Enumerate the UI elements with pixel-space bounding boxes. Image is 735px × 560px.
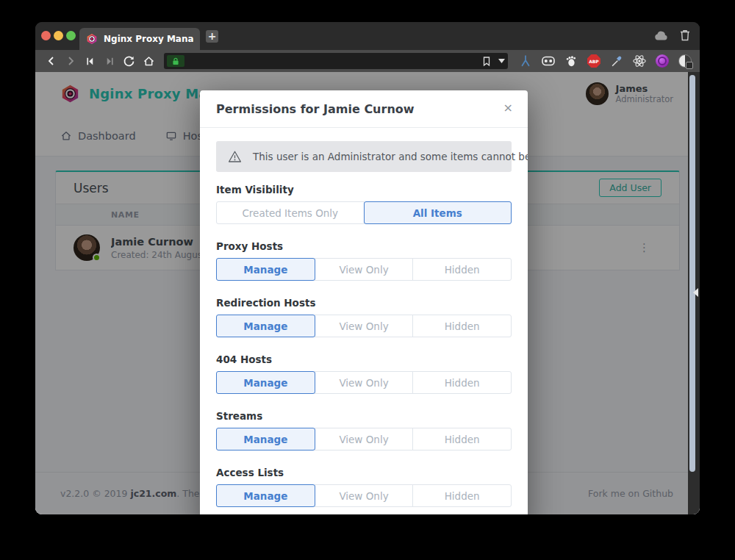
permission-sections: Item Visibility Created Items OnlyAll It…	[216, 184, 512, 507]
extension-dark-reader-icon[interactable]	[678, 54, 692, 68]
browser-toolbar: ABP	[35, 50, 700, 72]
close-icon[interactable]: ×	[503, 101, 513, 115]
perm-option-view-only[interactable]: View Only	[315, 315, 414, 337]
alert-text: This user is an Administrator and some i…	[253, 151, 528, 162]
extension-proxy-icon[interactable]	[518, 54, 533, 68]
permission-section-label: Item Visibility	[216, 184, 512, 195]
perm-option-manage[interactable]: Manage	[216, 484, 315, 507]
extension-goggles-icon[interactable]	[541, 54, 556, 68]
permission-section: Proxy Hosts ManageView OnlyHidden	[216, 240, 512, 281]
warning-triangle-icon	[228, 150, 242, 163]
permission-button-group: ManageView OnlyHidden	[216, 428, 512, 450]
window-zoom-button[interactable]	[66, 31, 76, 40]
perm-option-manage[interactable]: Manage	[216, 315, 315, 337]
screenshot-stage: Nginx Proxy Manager +	[0, 0, 735, 560]
scrollbar-thumb[interactable]	[689, 75, 695, 472]
permission-button-group: ManageView OnlyHidden	[216, 371, 512, 394]
sync-cloud-icon[interactable]	[654, 30, 669, 41]
permissions-modal: Permissions for Jamie Curnow × This user…	[200, 90, 528, 514]
bookmark-dropdown-caret-icon[interactable]	[498, 59, 505, 63]
new-tab-button[interactable]: +	[206, 30, 218, 43]
permission-button-group: ManageView OnlyHidden	[216, 315, 512, 337]
permission-button-group: Created Items OnlyAll Items	[216, 201, 512, 224]
extension-gnome-foot-icon[interactable]	[564, 54, 578, 68]
perm-option-manage[interactable]: Manage	[216, 258, 315, 281]
perm-option-view-only[interactable]: View Only	[315, 371, 414, 394]
window-close-button[interactable]	[41, 31, 51, 40]
reload-icon[interactable]	[121, 53, 137, 69]
perm-option-view-only[interactable]: View Only	[315, 484, 414, 507]
back-icon[interactable]	[43, 53, 60, 69]
permission-section: Item Visibility Created Items OnlyAll It…	[216, 184, 512, 224]
extension-react-devtools-icon[interactable]	[632, 54, 647, 68]
perm-option-hidden[interactable]: Hidden	[412, 428, 512, 450]
fast-forward-icon[interactable]	[101, 53, 118, 69]
window-minimize-button[interactable]	[54, 31, 63, 40]
permission-button-group: ManageView OnlyHidden	[216, 484, 512, 507]
permission-section-label: Redirection Hosts	[216, 297, 512, 309]
perm-option-hidden[interactable]: Hidden	[412, 484, 512, 507]
permission-section-label: Access Lists	[216, 467, 512, 478]
perm-option-hidden[interactable]: Hidden	[412, 258, 512, 281]
home-icon[interactable]	[140, 53, 157, 69]
extension-purple-icon[interactable]	[655, 54, 670, 68]
perm-option-manage[interactable]: Manage	[216, 371, 315, 394]
perm-option-view-only[interactable]: View Only	[315, 258, 414, 281]
panel-toggle-arrow-icon[interactable]	[693, 288, 698, 297]
page-viewport: Nginx Proxy Manager James Administrator …	[35, 72, 700, 514]
tab-title: Nginx Proxy Manager	[104, 34, 193, 44]
permission-section: Streams ManageView OnlyHidden	[216, 410, 512, 450]
permission-section-label: Streams	[216, 410, 512, 422]
admin-warning-alert: This user is an Administrator and some i…	[216, 141, 512, 172]
permission-button-group: ManageView OnlyHidden	[216, 258, 512, 281]
trash-icon[interactable]	[679, 29, 691, 42]
extension-color-picker-icon[interactable]	[609, 54, 624, 68]
address-bar[interactable]	[164, 53, 508, 69]
perm-option-created-items-only[interactable]: Created Items Only	[216, 201, 365, 224]
permission-section-label: 404 Hosts	[216, 353, 512, 365]
browser-tab-bar: Nginx Proxy Manager +	[35, 22, 700, 50]
bookmark-icon[interactable]	[481, 56, 492, 67]
permission-section: 404 Hosts ManageView OnlyHidden	[216, 353, 512, 394]
perm-option-hidden[interactable]: Hidden	[412, 371, 512, 394]
permission-section: Redirection Hosts ManageView OnlyHidden	[216, 297, 512, 337]
permission-section: Access Lists ManageView OnlyHidden	[216, 467, 512, 507]
https-lock-icon[interactable]	[167, 55, 184, 67]
perm-option-manage[interactable]: Manage	[216, 428, 315, 450]
forward-icon[interactable]	[62, 53, 79, 69]
browser-tab[interactable]: Nginx Proxy Manager	[79, 28, 200, 50]
extension-adblock-plus-icon[interactable]: ABP	[587, 54, 601, 68]
perm-option-hidden[interactable]: Hidden	[412, 315, 512, 337]
browser-window: Nginx Proxy Manager +	[35, 22, 700, 514]
permission-section-label: Proxy Hosts	[216, 240, 512, 252]
perm-option-view-only[interactable]: View Only	[315, 428, 414, 450]
perm-option-all-items[interactable]: All Items	[364, 201, 512, 224]
modal-title: Permissions for Jamie Curnow	[216, 102, 415, 116]
tab-favicon-npm-logo	[86, 33, 98, 45]
rewind-icon[interactable]	[82, 53, 98, 69]
